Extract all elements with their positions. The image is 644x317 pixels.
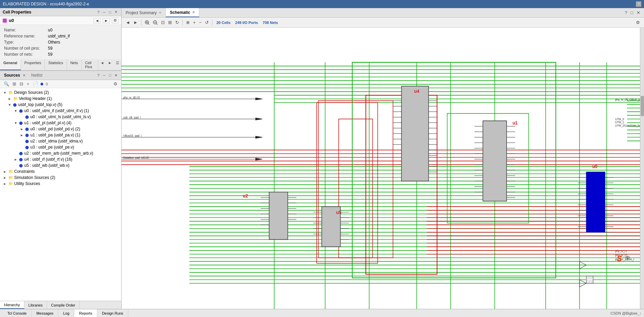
sch-back-btn[interactable]: ◄: [124, 19, 131, 26]
csdn-watermark: S: [617, 254, 622, 263]
sources-restore-btn[interactable]: □: [108, 73, 112, 78]
tree-u0-utmi-if[interactable]: ▼ u0 : usbf_utmi_if (usbf_utmi_if.v) (1): [0, 108, 121, 114]
cell-props-restore-btn[interactable]: □: [108, 10, 112, 15]
tree-u4-rf[interactable]: ► u4 : usbf_rf (usbf_rf.v) (16): [0, 156, 121, 162]
cell-nav-fwd-btn[interactable]: ►: [103, 18, 110, 23]
schematic-restore-btn[interactable]: □: [629, 10, 634, 16]
hier-tab-compile-order[interactable]: Compile Order: [47, 301, 80, 309]
tree-u0-pd[interactable]: ► u0 : usbf_pd (usbf_pd.v) (2): [0, 126, 121, 132]
tree-u5-wb[interactable]: ► u5 : usbf_wb (usbf_wb.v): [0, 162, 121, 168]
u1-pl-arrow[interactable]: ▼: [13, 121, 18, 125]
sources-help-btn[interactable]: ?: [96, 73, 100, 78]
sources-search-btn[interactable]: 🔍: [3, 81, 10, 87]
tab-schematic[interactable]: Schematic ✕: [166, 8, 199, 17]
prop-type-label: Type:: [4, 40, 48, 45]
help-button[interactable]: ?: [636, 1, 641, 7]
design-sources-arrow[interactable]: ▼: [2, 91, 7, 95]
sources-add-btn[interactable]: +: [26, 81, 30, 87]
sources-file-btn[interactable]: 📄: [32, 81, 39, 87]
tab-menu-arrow[interactable]: ☰: [114, 59, 121, 70]
tree-u1-pl[interactable]: ▼ u1 : usbf_pl (usbf_pl.v) (4): [0, 120, 121, 126]
sources-minimize-btn[interactable]: ─: [102, 73, 107, 78]
sch-fit-btn[interactable]: ⊡: [160, 19, 166, 26]
tree-u2-idma[interactable]: ► u2 : usbf_idma (usbf_idma.v): [0, 138, 121, 144]
btm-bar-right-label: CSDN @Bigbee_↑: [611, 311, 641, 315]
sources-tab-label[interactable]: Sources: [3, 72, 21, 78]
tree-constraints[interactable]: ► 📁 Constraints: [0, 168, 121, 175]
tab-project-summary-close[interactable]: ✕: [159, 11, 161, 15]
sig-label-1: phy_tx_clk_OBUF_po1: [615, 98, 643, 101]
u1-pa-arrow[interactable]: ►: [19, 133, 24, 137]
btm-tab-reports[interactable]: Reports: [74, 309, 97, 317]
tree-simulation-sources[interactable]: ► 📁 Simulation Sources (2): [0, 175, 121, 181]
sources-settings-btn[interactable]: ⚙: [112, 81, 119, 87]
design-sources-label: Design Sources (2): [14, 90, 49, 95]
prop-type: Type: Others: [4, 39, 117, 45]
sources-tab-close[interactable]: ✕: [23, 73, 26, 78]
tab-statistics[interactable]: Statistics: [45, 59, 67, 70]
btm-tab-messages[interactable]: Messages: [32, 309, 58, 317]
sch-plus-btn[interactable]: +: [192, 19, 197, 26]
tab-schematic-close[interactable]: ✕: [192, 10, 195, 14]
schematic-canvas[interactable]: u4: [122, 28, 644, 309]
u0-utmi-if-arrow[interactable]: ▼: [13, 109, 18, 113]
cell-nav-back-btn[interactable]: ◄: [94, 18, 101, 23]
btm-tab-log[interactable]: Log: [58, 309, 74, 317]
utility-sources-arrow[interactable]: ►: [2, 182, 7, 186]
sources-netlist-tab[interactable]: Netlist: [30, 72, 44, 78]
tab-nets[interactable]: Nets: [67, 59, 82, 70]
usbf-top-arrow[interactable]: ▼: [7, 103, 12, 107]
constraints-arrow[interactable]: ►: [2, 170, 7, 174]
schematic-help-btn[interactable]: ?: [624, 10, 628, 16]
simulation-sources-arrow[interactable]: ►: [2, 176, 7, 180]
sources-close-panel-btn[interactable]: ✕: [113, 73, 119, 78]
btm-tab-design-runs[interactable]: Design Runs: [97, 309, 128, 317]
bottom-bar: Tcl Console Messages Log Reports Design …: [0, 309, 644, 317]
cell-props-close-btn[interactable]: ✕: [113, 9, 119, 15]
u0-utmi-ls-label: u0 : usbf_utmi_ls (usbf_utmi_ls.v): [30, 114, 91, 119]
tree-usbf-top[interactable]: ▼ usbf_top (usbf_top.v) (5): [0, 102, 121, 108]
verilog-header-arrow[interactable]: ►: [7, 97, 12, 101]
cell-props-minimize-btn[interactable]: ─: [102, 10, 107, 15]
hier-tab-libraries[interactable]: Libraries: [24, 301, 47, 309]
tab-next-arrow[interactable]: ►: [106, 59, 114, 70]
tree-u2-mem-arb[interactable]: ► u2 : usbf_mem_arb (usbf_mem_arb.v): [0, 150, 121, 156]
tab-general[interactable]: General: [0, 59, 21, 70]
schematic-close-btn[interactable]: ✕: [636, 10, 641, 16]
tree-utility-sources[interactable]: ► 📁 Utility Sources: [0, 181, 121, 187]
tab-project-summary[interactable]: Project Summary ✕: [122, 8, 166, 17]
sch-reload-btn[interactable]: ↺: [204, 19, 210, 26]
u3-pe-dot: [25, 146, 29, 149]
tree-u1-pa[interactable]: ► u1 : usbf_pa (usbf_pa.v) (1): [0, 132, 121, 138]
btm-tab-tcl-console[interactable]: Tcl Console: [3, 309, 32, 317]
u0-pd-arrow[interactable]: ►: [19, 127, 24, 131]
schematic-scrollbar[interactable]: [640, 28, 644, 309]
tab-properties[interactable]: Properties: [21, 59, 45, 70]
sch-settings-btn[interactable]: ⚙: [635, 19, 641, 26]
tree-design-sources[interactable]: ▼ 📁 Design Sources (2): [0, 89, 121, 96]
simulation-sources-label: Simulation Sources (2): [14, 175, 55, 180]
cell-props-help-btn[interactable]: ?: [96, 10, 100, 15]
sources-expand-btn[interactable]: ⊞: [11, 81, 17, 87]
sch-select-btn[interactable]: ⊞: [167, 19, 173, 26]
tree-u0-utmi-ls[interactable]: ► u0 : usbf_utmi_ls (usbf_utmi_ls.v): [0, 114, 121, 120]
hier-tab-hierarchy[interactable]: Hierarchy: [0, 301, 24, 309]
sch-zoom-out-btn[interactable]: [152, 20, 159, 26]
sch-minus-btn[interactable]: −: [198, 19, 203, 26]
tab-prev-arrow[interactable]: ◄: [98, 59, 106, 70]
sch-center-btn[interactable]: ⊕: [185, 19, 191, 26]
sch-separator-3: [212, 20, 212, 26]
schematic-scrollbar-thumb[interactable]: [641, 96, 644, 116]
tree-verilog-header[interactable]: ► 📁 Verilog Header (1): [0, 96, 121, 102]
svg-rect-104: [402, 86, 429, 181]
prop-name-value: u0: [48, 28, 52, 32]
sources-collapse-btn[interactable]: ⊟: [19, 81, 24, 87]
sig-label-4: UTM_2/LineState_bus: [615, 124, 642, 127]
sch-refresh-btn[interactable]: ↻: [174, 19, 180, 26]
tab-cell-pins[interactable]: Cell Pins: [82, 59, 98, 70]
cell-settings-btn[interactable]: ⚙: [112, 18, 119, 23]
sch-fwd-btn[interactable]: ►: [132, 19, 139, 26]
sch-zoom-in-btn[interactable]: [144, 20, 151, 26]
u4-rf-arrow[interactable]: ►: [13, 158, 18, 161]
tree-u3-pe[interactable]: ► u3 : usbf_pe (usbf_pe.v): [0, 144, 121, 150]
